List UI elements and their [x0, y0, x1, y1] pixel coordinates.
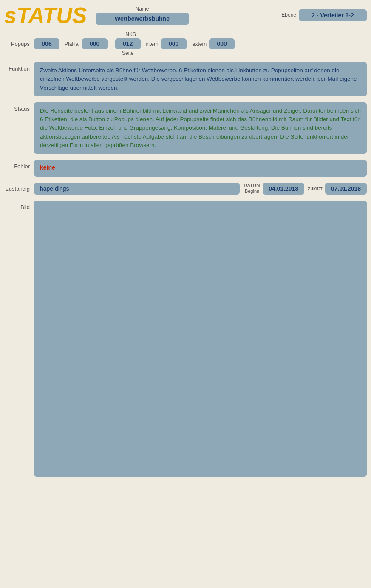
bild-area	[34, 201, 367, 477]
intern-label: intern	[146, 41, 159, 47]
ebene-label: Ebene	[281, 12, 296, 18]
zuletzt-label: zuletzt	[308, 186, 323, 192]
seite-value[interactable]: 012	[115, 38, 141, 49]
name-label: Name	[136, 6, 149, 12]
popups-value[interactable]: 006	[34, 38, 59, 49]
popups-row-label: Popups	[4, 41, 34, 47]
links-label: LINKS	[121, 31, 136, 37]
extern-value[interactable]: 000	[209, 38, 235, 49]
zustandig-row-label: zuständig	[4, 186, 34, 192]
intern-value[interactable]: 000	[161, 38, 187, 49]
status-row-label: Status	[4, 102, 34, 112]
funktion-text-box[interactable]: Zweite Aktions-Unterseite als Bühne für …	[34, 62, 367, 96]
datum-label: DATUM	[244, 183, 260, 188]
zuletzt-date-field[interactable]: 07.01.2018	[325, 183, 367, 195]
seite-label: Seite	[122, 50, 133, 56]
beginn-date-field[interactable]: 04.01.2018	[263, 183, 304, 195]
name-field[interactable]: Wettbewerbsbühne	[96, 13, 189, 25]
status-text-box[interactable]: Die Rohseite besteht aus einem Bühnenbil…	[34, 102, 367, 154]
plaha-label: PlaHa	[65, 41, 79, 47]
extern-label: extern	[193, 41, 207, 47]
plaha-value[interactable]: 000	[82, 38, 108, 49]
zustandig-name-field[interactable]: hape dings	[34, 183, 240, 195]
fehler-text-box[interactable]: keine	[34, 160, 367, 177]
funktion-row-label: Funktion	[4, 62, 34, 72]
app-title: sTATUS	[4, 4, 87, 26]
bild-row-label: Bild	[4, 201, 34, 210]
ebene-field[interactable]: 2 - Verteiler 6-2	[299, 9, 367, 21]
beginn-label: Beginn	[245, 189, 259, 194]
fehler-row-label: Fehler	[4, 160, 34, 170]
